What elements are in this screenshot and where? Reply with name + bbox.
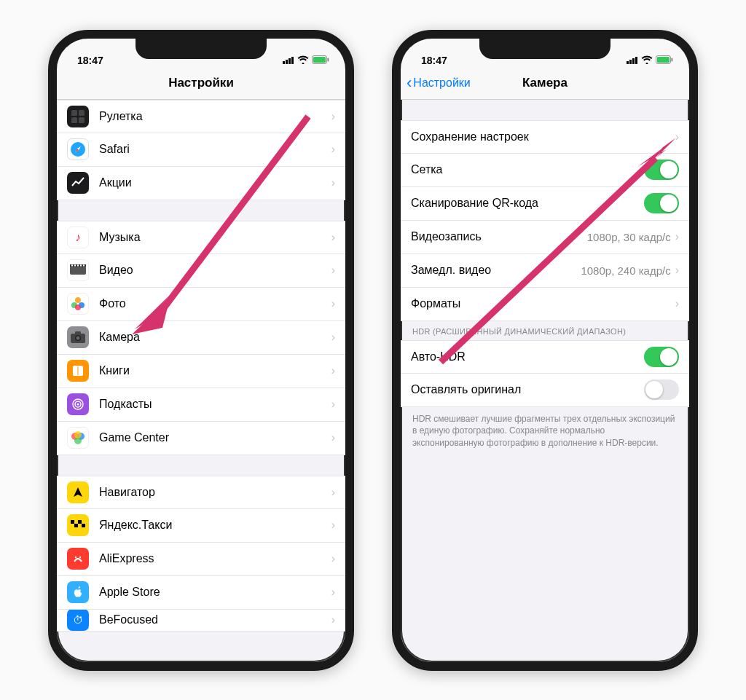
row-save-settings[interactable]: Сохранение настроек › (401, 120, 689, 154)
row-music[interactable]: ♪ Музыка › (57, 221, 345, 254)
row-label: Навигатор (99, 486, 331, 499)
settings-group: Рулетка › Safari › Акции › (57, 100, 345, 200)
row-grid[interactable]: Сетка (401, 154, 689, 187)
row-auto-hdr[interactable]: Авто-HDR (401, 340, 689, 374)
row-label: Сетка (411, 163, 644, 176)
svg-point-43 (75, 557, 76, 558)
svg-rect-5 (313, 57, 326, 63)
row-navigator[interactable]: Навигатор › (57, 476, 345, 509)
header: Настройки (57, 68, 345, 100)
grid-toggle[interactable] (644, 160, 679, 180)
row-label: Видеозапись (411, 230, 587, 243)
notch (479, 39, 610, 59)
svg-marker-38 (74, 487, 82, 497)
row-detail: 1080p, 240 кадр/с (581, 264, 670, 277)
settings-group: Авто-HDR Оставлять оригинал (401, 340, 689, 407)
svg-rect-7 (71, 110, 77, 116)
settings-list[interactable]: Рулетка › Safari › Акции › ♪ (57, 100, 345, 662)
row-photos[interactable]: Фото › (57, 288, 345, 321)
row-slomo[interactable]: Замедл. видео 1080p, 240 кадр/с › (401, 254, 689, 288)
stocks-icon (67, 172, 89, 194)
camera-icon (67, 326, 89, 348)
row-label: Акции (99, 176, 331, 189)
row-label: Камера (99, 331, 331, 344)
music-icon: ♪ (67, 227, 89, 248)
svg-rect-39 (71, 520, 74, 524)
row-detail: 1080p, 30 кадр/с (587, 231, 671, 243)
row-camera[interactable]: Камера › (57, 321, 345, 355)
applestore-icon (67, 581, 89, 603)
settings-group: Навигатор › Яндекс.Такси › AliExpress › (57, 476, 345, 632)
svg-rect-18 (77, 265, 79, 267)
row-taxi[interactable]: Яндекс.Такси › (57, 509, 345, 543)
svg-rect-41 (74, 524, 78, 527)
taxi-icon (67, 514, 89, 536)
auto-hdr-toggle[interactable] (644, 347, 679, 367)
row-video[interactable]: Видео › (57, 254, 345, 288)
svg-rect-16 (71, 265, 73, 267)
chevron-right-icon: › (331, 398, 335, 411)
back-label: Настройки (413, 76, 470, 90)
row-video-record[interactable]: Видеозапись 1080p, 30 кадр/с › (401, 221, 689, 254)
svg-rect-50 (632, 58, 635, 64)
row-ruler[interactable]: Рулетка › (57, 100, 345, 133)
row-label: Форматы (411, 297, 675, 310)
qr-toggle[interactable] (644, 193, 679, 213)
row-gamecenter[interactable]: Game Center › (57, 422, 345, 455)
row-formats[interactable]: Форматы › (401, 288, 689, 321)
befocused-icon: ⏱ (67, 610, 89, 632)
phone-left: 18:47 Настройки Рулетка › (48, 30, 354, 671)
svg-point-44 (79, 557, 81, 558)
group-separator (57, 455, 345, 476)
row-qr-scan[interactable]: Сканирование QR-кода (401, 187, 689, 221)
row-podcasts[interactable]: Подкасты › (57, 388, 345, 422)
row-label: Рулетка (99, 110, 331, 123)
row-label: Оставлять оригинал (411, 383, 644, 396)
svg-rect-10 (79, 117, 85, 123)
page-title: Настройки (168, 76, 234, 90)
row-books[interactable]: Книги › (57, 355, 345, 388)
row-label: Фото (99, 297, 331, 310)
row-befocused[interactable]: ⏱ BeFocused › (57, 610, 345, 632)
chevron-right-icon: › (331, 431, 335, 444)
signal-icon (283, 55, 294, 66)
ruler-icon (67, 106, 89, 127)
back-button[interactable]: ‹ Настройки (407, 76, 471, 90)
chevron-right-icon: › (675, 297, 679, 310)
row-label: Яндекс.Такси (99, 519, 331, 532)
svg-point-21 (75, 297, 81, 303)
chevron-right-icon: › (675, 230, 679, 243)
keep-original-toggle[interactable] (644, 380, 679, 400)
svg-rect-1 (286, 60, 288, 64)
photos-icon (67, 293, 89, 315)
svg-rect-8 (79, 110, 85, 116)
row-safari[interactable]: Safari › (57, 133, 345, 167)
svg-rect-51 (635, 57, 637, 64)
chevron-right-icon: › (331, 297, 335, 310)
video-icon (67, 259, 89, 281)
battery-icon (312, 55, 329, 66)
chevron-right-icon: › (331, 231, 335, 244)
battery-icon (656, 55, 673, 66)
status-time: 18:47 (421, 55, 447, 66)
svg-point-24 (75, 304, 81, 310)
row-applestore[interactable]: Apple Store › (57, 576, 345, 610)
svg-point-28 (76, 337, 80, 340)
camera-settings-list[interactable]: Сохранение настроек › Сетка Сканирование… (401, 100, 689, 662)
row-label: Авто-HDR (411, 350, 644, 363)
svg-rect-19 (80, 265, 82, 267)
row-label: Apple Store (99, 586, 331, 599)
svg-point-33 (77, 404, 79, 406)
podcasts-icon (67, 393, 89, 415)
svg-rect-54 (672, 58, 673, 61)
row-label: Музыка (99, 231, 331, 244)
chevron-right-icon: › (331, 519, 335, 532)
row-label: Safari (99, 143, 331, 156)
row-aliexpress[interactable]: AliExpress › (57, 543, 345, 576)
books-icon (67, 360, 89, 382)
chevron-right-icon: › (331, 176, 335, 189)
row-stocks[interactable]: Акции › (57, 167, 345, 200)
svg-rect-17 (74, 265, 76, 267)
row-keep-original[interactable]: Оставлять оригинал (401, 374, 689, 407)
hdr-footer-text: HDR смешивает лучшие фрагменты трех отде… (401, 407, 689, 455)
